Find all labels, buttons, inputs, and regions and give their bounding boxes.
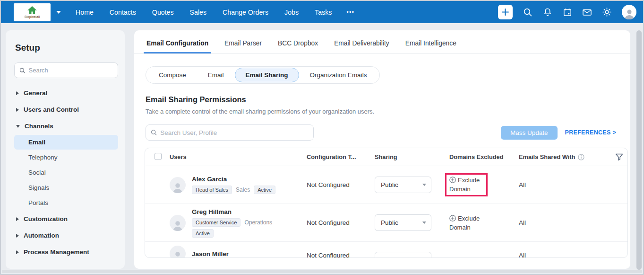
col-header-sharing: Sharing <box>375 153 449 160</box>
sharing-dropdown[interactable]: Public <box>375 177 431 193</box>
table-row: Jason Miller Not Configured User's Cho..… <box>145 242 627 258</box>
sidebar-item-users-and-control[interactable]: Users and Control <box>14 101 118 118</box>
main-content-card: Email Configuration Email Parser BCC Dro… <box>134 30 630 269</box>
search-icon[interactable] <box>523 7 532 17</box>
calendar-icon[interactable] <box>562 7 572 17</box>
sidebar-item-telephony[interactable]: Telephony <box>14 150 118 165</box>
sidebar-item-channels[interactable]: Channels <box>14 118 118 134</box>
emails-shared-with-value: All <box>519 181 611 188</box>
email-config-segmented-control: Compose Email Email Sharing Organization… <box>146 66 380 84</box>
configuration-status: Not Configured <box>307 219 375 226</box>
top-navigation-bar: StopInstall Home Contacts Quotes Sales C… <box>1 1 643 23</box>
company-logo[interactable]: StopInstall <box>14 3 51 21</box>
horizontal-scrollbar[interactable] <box>2 270 642 273</box>
table-row: Greg Hillman Customer Service Operations… <box>145 204 627 242</box>
avatar <box>170 215 186 231</box>
gear-icon[interactable] <box>602 7 612 17</box>
nav-item-contacts[interactable]: Contacts <box>102 1 144 23</box>
configuration-status: Not Configured <box>307 252 375 258</box>
sidebar-item-automation[interactable]: Automation <box>14 227 118 244</box>
user-avatar[interactable] <box>622 5 636 19</box>
col-header-domains-excluded: Domains Excluded <box>449 153 519 160</box>
tab-email-intelligence[interactable]: Email Intelligence <box>404 40 457 53</box>
user-search-input[interactable] <box>160 129 309 136</box>
plus-circle-icon <box>449 215 456 223</box>
logo-dropdown-caret-icon[interactable] <box>56 11 61 14</box>
team-label: Operations <box>244 219 272 226</box>
user-search[interactable] <box>146 124 314 141</box>
chevron-right-icon <box>16 108 19 112</box>
nav-item-quotes[interactable]: Quotes <box>144 1 182 23</box>
page-title: Email Sharing Permissions <box>146 95 630 104</box>
exclude-domain-button[interactable]: Exclude Domain <box>449 214 488 231</box>
setup-sidebar: Setup General Users and Control Channels… <box>6 30 125 269</box>
chevron-down-icon <box>16 125 20 128</box>
vertical-scrollbar[interactable] <box>636 30 642 270</box>
chevron-down-icon <box>422 222 426 224</box>
chevron-right-icon <box>16 250 19 254</box>
email-settings-tabs: Email Configuration Email Parser BCC Dro… <box>134 30 630 54</box>
table-toolbar: Mass Update PREFERENCES > <box>146 124 619 141</box>
house-logo-icon <box>27 6 37 15</box>
sharing-dropdown[interactable]: Public <box>375 214 431 231</box>
logo-text: StopInstall <box>25 15 40 18</box>
role-badge: Head of Sales <box>192 186 232 194</box>
col-header-emails-shared-with: Emails Shared With <box>519 153 575 160</box>
sidebar-search-input[interactable] <box>29 67 113 74</box>
status-badge: Active <box>192 229 214 238</box>
pill-compose[interactable]: Compose <box>148 68 197 82</box>
setup-tree: General Users and Control Channels Email… <box>14 85 118 260</box>
user-name: Jason Miller <box>192 250 229 257</box>
mail-icon[interactable] <box>582 7 592 17</box>
chevron-right-icon <box>16 234 19 238</box>
bell-icon[interactable] <box>542 7 552 17</box>
sidebar-title: Setup <box>15 43 118 53</box>
sharing-permissions-table: Users Configuration T... Sharing Domains… <box>145 148 628 258</box>
nav-item-sales[interactable]: Sales <box>182 1 215 23</box>
configuration-status: Not Configured <box>307 181 375 188</box>
sidebar-item-customization[interactable]: Customization <box>14 211 118 227</box>
tab-email-deliverability[interactable]: Email Deliverability <box>333 40 390 53</box>
nav-item-change-orders[interactable]: Change Orders <box>215 1 276 23</box>
search-icon <box>19 67 26 74</box>
exclude-domain-button[interactable]: Exclude Domain <box>449 176 488 193</box>
sidebar-search[interactable] <box>14 62 118 78</box>
emails-shared-with-value: All <box>519 219 611 226</box>
sidebar-item-general[interactable]: General <box>14 85 118 101</box>
tab-email-parser[interactable]: Email Parser <box>223 40 263 53</box>
role-badge: Customer Service <box>192 218 240 227</box>
nav-item-tasks[interactable]: Tasks <box>307 1 340 23</box>
select-all-checkbox[interactable] <box>155 153 162 160</box>
team-label: Sales <box>236 186 250 193</box>
sidebar-item-process-management[interactable]: Process Management <box>14 244 118 260</box>
create-new-icon[interactable] <box>498 5 513 19</box>
tab-bcc-dropbox[interactable]: BCC Dropbox <box>277 40 319 53</box>
table-header-row: Users Configuration T... Sharing Domains… <box>145 148 627 166</box>
avatar <box>170 246 186 258</box>
sidebar-item-social[interactable]: Social <box>14 165 118 180</box>
pill-email-sharing[interactable]: Email Sharing <box>235 68 299 82</box>
user-name: Alex Garcia <box>192 176 275 183</box>
status-badge: Active <box>254 186 275 194</box>
sidebar-item-email[interactable]: Email <box>14 135 118 150</box>
nav-right-icons <box>498 5 636 19</box>
pill-organization-emails[interactable]: Organization Emails <box>299 68 378 82</box>
user-name: Greg Hillman <box>192 208 272 215</box>
plus-circle-icon <box>449 177 456 185</box>
mass-update-button[interactable]: Mass Update <box>501 126 558 140</box>
nav-item-jobs[interactable]: Jobs <box>276 1 307 23</box>
sidebar-item-portals[interactable]: Portals <box>14 195 118 210</box>
nav-item-home[interactable]: Home <box>68 1 102 23</box>
info-icon[interactable] <box>578 154 584 160</box>
col-header-configuration: Configuration T... <box>307 153 375 160</box>
preferences-link[interactable]: PREFERENCES > <box>565 129 616 136</box>
col-header-users: Users <box>170 153 307 160</box>
nav-more-icon[interactable]: ••• <box>340 9 361 16</box>
sidebar-item-signals[interactable]: Signals <box>14 180 118 195</box>
pill-email[interactable]: Email <box>197 68 235 82</box>
tab-email-configuration[interactable]: Email Configuration <box>146 40 209 53</box>
search-icon <box>151 129 157 136</box>
filter-icon[interactable] <box>615 153 623 161</box>
highlight-box: Exclude Domain <box>445 173 488 196</box>
sharing-dropdown[interactable]: User's Cho... <box>375 252 431 258</box>
